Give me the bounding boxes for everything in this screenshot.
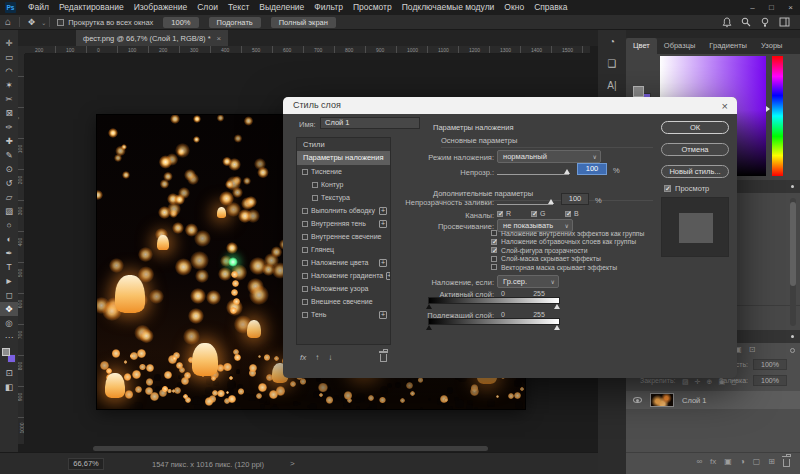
checkbox[interactable] bbox=[491, 230, 497, 236]
panel-tab[interactable]: Образцы bbox=[657, 38, 703, 54]
add-effect-icon[interactable] bbox=[379, 259, 387, 267]
menu-item[interactable]: Подключаемые модули bbox=[397, 0, 500, 15]
foreground-color-swatch[interactable] bbox=[2, 348, 10, 356]
maximize-button[interactable]: □ bbox=[762, 0, 781, 15]
hue-marker[interactable] bbox=[766, 106, 770, 112]
fill-opacity-slider-thumb[interactable] bbox=[548, 199, 554, 204]
scrollbar-thumb[interactable] bbox=[790, 202, 796, 286]
layer-thumbnail[interactable] bbox=[650, 393, 674, 407]
style-checkbox[interactable] bbox=[302, 299, 308, 305]
dodge-tool[interactable]: ◐ bbox=[0, 232, 18, 246]
collapse-icon[interactable] bbox=[791, 185, 794, 188]
history-brush-tool[interactable]: ↺ bbox=[0, 176, 18, 190]
scrollbar-thumb[interactable] bbox=[93, 446, 489, 451]
dialog-close-icon[interactable]: × bbox=[722, 99, 728, 113]
history-panel-icon[interactable]: ◔ bbox=[598, 30, 626, 52]
lasso-tool[interactable]: ◠ bbox=[0, 64, 18, 78]
healing-brush-tool[interactable]: ✚ bbox=[0, 134, 18, 148]
style-checkbox[interactable] bbox=[302, 247, 308, 253]
shape-tool[interactable]: ◻ bbox=[0, 288, 18, 302]
menu-item[interactable]: Просмотр bbox=[348, 0, 397, 15]
layer-group-icon[interactable]: ▢ bbox=[753, 455, 761, 469]
path-select-tool[interactable]: ► bbox=[0, 274, 18, 288]
fullscreen-button[interactable]: Полный экран bbox=[271, 17, 336, 28]
fill-opacity-value[interactable]: 100 bbox=[561, 193, 589, 205]
lightbulb-icon[interactable] bbox=[760, 17, 770, 28]
checkbox[interactable] bbox=[491, 247, 497, 253]
fit-screen-button[interactable]: Подогнать bbox=[209, 17, 261, 28]
style-checkbox[interactable] bbox=[312, 182, 318, 188]
new-style-button[interactable]: Новый стиль... bbox=[661, 165, 729, 178]
opacity-slider-thumb[interactable] bbox=[564, 169, 570, 174]
brush-tool[interactable]: ✎ bbox=[0, 148, 18, 162]
menu-item[interactable]: Текст bbox=[223, 0, 254, 15]
menu-item[interactable]: Изображение bbox=[129, 0, 193, 15]
styles-header[interactable]: Стили bbox=[297, 138, 390, 151]
clone-stamp-tool[interactable]: ⊙ bbox=[0, 162, 18, 176]
layer-fill-value[interactable]: 100% bbox=[753, 375, 787, 386]
minimize-button[interactable]: – bbox=[743, 0, 762, 15]
notifications-bell-icon[interactable] bbox=[722, 17, 732, 28]
menu-item[interactable]: Фильтр bbox=[309, 0, 348, 15]
eyedropper-tool[interactable]: ✑ bbox=[0, 120, 18, 134]
menu-item[interactable]: Окно bbox=[499, 0, 529, 15]
style-checkbox[interactable] bbox=[302, 260, 308, 266]
layer-visibility-eye-icon[interactable] bbox=[633, 397, 642, 403]
filter-toggle-icon[interactable] bbox=[790, 348, 795, 353]
opacity-slider[interactable] bbox=[497, 174, 569, 175]
hand-tool-icon[interactable]: ✥ bbox=[23, 15, 40, 29]
checkbox[interactable] bbox=[491, 256, 497, 262]
blend-if-white-thumb[interactable] bbox=[554, 325, 560, 330]
zoom-level-input[interactable]: 66,67% bbox=[68, 458, 104, 470]
blend-if-dropdown[interactable]: Гр.сер.∨ bbox=[497, 275, 559, 288]
close-button[interactable]: × bbox=[781, 0, 800, 15]
collapse-icon[interactable] bbox=[791, 335, 794, 338]
crop-tool[interactable]: ✂ bbox=[0, 92, 18, 106]
this-layer-gradient-bar[interactable] bbox=[428, 297, 560, 304]
cancel-button[interactable]: Отмена bbox=[661, 143, 729, 156]
style-checkbox[interactable] bbox=[302, 169, 308, 175]
foreground-color-swatch[interactable] bbox=[633, 86, 644, 97]
channel-checkbox[interactable]: B bbox=[565, 210, 579, 217]
style-checkbox[interactable] bbox=[302, 234, 308, 240]
panel-scrollbar[interactable] bbox=[790, 198, 796, 326]
edit-toolbar[interactable]: ⋯ bbox=[0, 330, 18, 344]
checkbox[interactable] bbox=[491, 239, 497, 245]
chevron-down-icon[interactable]: ⌄ bbox=[41, 19, 46, 26]
preview-checkbox[interactable] bbox=[664, 185, 671, 192]
fx-icon[interactable]: fx bbox=[300, 353, 306, 362]
style-checkbox[interactable] bbox=[302, 286, 308, 292]
quick-mask-icon[interactable]: ⊡ bbox=[0, 366, 18, 380]
opacity-value[interactable]: 100 bbox=[577, 163, 607, 175]
marquee-tool[interactable]: ▭ bbox=[0, 50, 18, 64]
comments-panel-icon[interactable]: ❑ bbox=[598, 52, 626, 74]
ok-button[interactable]: ОК bbox=[661, 121, 729, 134]
channel-checkbox[interactable]: G bbox=[531, 210, 545, 217]
menu-item[interactable]: Редактирование bbox=[54, 0, 129, 15]
workspace-icon[interactable] bbox=[779, 17, 790, 27]
home-icon[interactable]: ⌂ bbox=[0, 15, 16, 29]
screen-mode-icon[interactable]: ◧ bbox=[0, 380, 18, 394]
type-tool[interactable]: T bbox=[0, 260, 18, 274]
zoom-tool[interactable]: ◎ bbox=[0, 316, 18, 330]
horizontal-scrollbar[interactable] bbox=[25, 446, 590, 451]
style-option[interactable]: Контур bbox=[297, 178, 390, 191]
menu-item[interactable]: Слои bbox=[192, 0, 223, 15]
style-option[interactable]: Глянец bbox=[297, 243, 390, 256]
fill-opacity-slider[interactable] bbox=[497, 204, 553, 205]
move-up-icon[interactable]: ↑ bbox=[315, 353, 319, 362]
move-tool[interactable]: ✛ bbox=[0, 36, 18, 50]
blend-if-black-thumb[interactable] bbox=[426, 325, 432, 330]
menu-item[interactable]: Выделение bbox=[254, 0, 309, 15]
move-down-icon[interactable]: ↓ bbox=[328, 353, 332, 362]
underlying-gradient-bar[interactable] bbox=[428, 318, 560, 325]
panel-tab[interactable]: Градиенты bbox=[702, 38, 754, 54]
layer-effects-icon[interactable]: fx bbox=[710, 455, 716, 469]
layer-mask-icon[interactable]: ▣ bbox=[724, 455, 732, 469]
style-checkbox[interactable] bbox=[312, 195, 318, 201]
object-selection-tool[interactable]: ✶ bbox=[0, 78, 18, 92]
advanced-checkbox-row[interactable]: Векторная маска скрывает эффекты bbox=[491, 263, 735, 272]
zoom-100-button[interactable]: 100% bbox=[163, 17, 198, 28]
character-panel-icon[interactable]: A| bbox=[598, 74, 626, 96]
adjustment-layer-icon[interactable]: ◑ bbox=[740, 455, 745, 469]
